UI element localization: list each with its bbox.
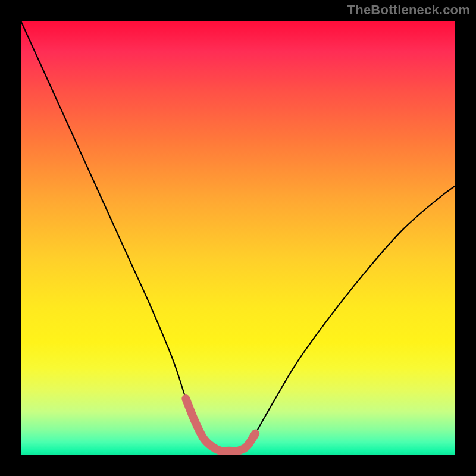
plot-area — [21, 21, 455, 455]
bottleneck-floor-highlight-path — [186, 399, 255, 451]
watermark-text: TheBottleneck.com — [347, 2, 470, 18]
chart-frame: TheBottleneck.com — [0, 0, 476, 476]
curve-svg — [21, 21, 455, 455]
bottleneck-curve-path — [21, 21, 455, 451]
